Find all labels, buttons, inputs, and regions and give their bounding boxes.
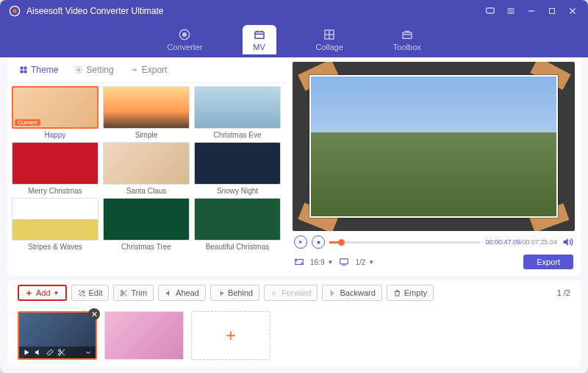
backward-button[interactable]: Backward <box>322 285 381 301</box>
trim-button[interactable]: Trim <box>113 285 154 301</box>
behind-icon <box>217 289 225 297</box>
theme-thumb <box>194 86 281 129</box>
theme-thumb <box>194 198 281 241</box>
svg-rect-8 <box>403 32 412 38</box>
themes-grid: CurrentHappySimpleChristmas EveMerry Chr… <box>7 83 287 276</box>
theme-item[interactable]: Beautiful Christmas <box>194 198 281 251</box>
svg-rect-3 <box>550 9 555 14</box>
tab-toolbox[interactable]: Toolbox <box>383 25 431 54</box>
theme-panel: Theme Setting Export CurrentHappySimpleC… <box>7 57 287 276</box>
current-badge: Current <box>15 119 40 126</box>
theme-label: Snowy Night <box>194 187 281 195</box>
toolbox-icon <box>401 28 414 41</box>
theme-thumb <box>12 198 98 241</box>
svg-point-18 <box>121 290 123 292</box>
clip-item[interactable] <box>104 311 184 360</box>
progress-bar[interactable] <box>329 241 481 244</box>
svg-rect-17 <box>340 259 348 264</box>
aspect-ratio-select[interactable]: 16:9 ▼ <box>310 258 333 266</box>
maximize-icon[interactable] <box>545 4 559 18</box>
ahead-button[interactable]: Ahead <box>158 285 206 301</box>
scissors-icon[interactable] <box>57 348 66 357</box>
theme-item[interactable]: Stripes & Waves <box>12 198 98 251</box>
gear-icon <box>74 65 83 74</box>
svg-point-20 <box>59 349 61 352</box>
ahead-icon <box>165 289 173 297</box>
tab-mv[interactable]: MV <box>243 25 276 54</box>
svg-point-1 <box>12 9 16 13</box>
feedback-icon[interactable] <box>484 4 497 18</box>
forward-button: Forward <box>264 285 318 301</box>
add-button[interactable]: Add ▼ <box>18 285 67 301</box>
clip-overlay <box>19 347 96 358</box>
clip-row: ✕ + <box>7 305 581 367</box>
clip-item[interactable]: ✕ <box>18 311 97 360</box>
subtab-theme[interactable]: Theme <box>13 62 64 78</box>
backward-icon <box>329 289 337 297</box>
trash-icon <box>393 289 401 297</box>
play-button[interactable] <box>294 235 307 249</box>
theme-item[interactable]: Santa Claus <box>103 142 190 195</box>
preview-panel: 00:00:47.09/00:07:25.04 16:9 ▼ 1/2 ▼ Exp… <box>287 57 581 276</box>
converter-icon <box>178 28 191 41</box>
theme-thumb <box>103 142 190 185</box>
theme-label: Beautiful Christmas <box>194 243 281 251</box>
menu-icon[interactable] <box>504 4 517 18</box>
theme-item[interactable]: Christmas Eve <box>194 86 281 139</box>
svg-point-21 <box>59 353 61 355</box>
theme-thumb <box>103 86 190 129</box>
theme-label: Santa Claus <box>103 187 190 195</box>
behind-button[interactable]: Behind <box>210 285 259 301</box>
preview-frame <box>309 75 558 217</box>
svg-rect-9 <box>21 67 24 70</box>
theme-thumb <box>194 142 281 185</box>
theme-item[interactable]: Merry Christmas <box>12 142 98 195</box>
theme-thumb <box>12 142 98 185</box>
export-button[interactable]: Export <box>523 255 573 269</box>
theme-label: Christmas Eve <box>194 131 281 139</box>
mv-icon <box>253 28 266 41</box>
edit-button[interactable]: Edit <box>71 285 110 301</box>
grid-icon <box>19 65 28 74</box>
wand-icon[interactable] <box>46 348 54 357</box>
volume-icon[interactable] <box>562 236 573 248</box>
collage-icon <box>323 28 336 41</box>
app-window: Aiseesoft Video Converter Ultimate Conve… <box>0 0 588 373</box>
empty-button[interactable]: Empty <box>387 285 434 301</box>
svg-rect-15 <box>317 241 320 244</box>
tab-converter[interactable]: Converter <box>157 25 212 54</box>
theme-item[interactable]: CurrentHappy <box>12 86 98 139</box>
svg-rect-11 <box>21 71 24 74</box>
app-title: Aiseesoft Video Converter Ultimate <box>26 6 164 16</box>
preview-options: 16:9 ▼ 1/2 ▼ Export <box>293 253 575 272</box>
tab-label: Collage <box>316 43 343 51</box>
tab-collage[interactable]: Collage <box>306 25 354 54</box>
theme-item[interactable]: Simple <box>103 86 190 139</box>
play-icon[interactable] <box>22 348 31 357</box>
zoom-select[interactable]: 1/2 ▼ <box>355 258 374 266</box>
close-icon[interactable] <box>566 4 579 18</box>
theme-item[interactable]: Christmas Tree <box>103 198 190 251</box>
preview-video[interactable] <box>293 62 575 231</box>
subtab-export[interactable]: Export <box>124 62 173 78</box>
chevron-down-icon[interactable] <box>84 348 93 357</box>
theme-thumb <box>103 198 190 241</box>
svg-point-19 <box>121 294 123 296</box>
export-icon <box>130 65 139 74</box>
tab-label: MV <box>253 43 265 51</box>
aspect-icon <box>294 257 304 267</box>
minimize-icon[interactable] <box>525 4 538 18</box>
clip-add-slot[interactable]: + <box>191 311 270 360</box>
svg-rect-12 <box>24 71 27 74</box>
theme-label: Stripes & Waves <box>12 243 98 251</box>
volume-icon[interactable] <box>34 348 43 357</box>
clip-delete-icon[interactable]: ✕ <box>88 308 100 320</box>
subtab-label: Setting <box>86 65 113 75</box>
svg-point-5 <box>183 33 187 37</box>
subtab-label: Theme <box>31 65 58 75</box>
stop-button[interactable] <box>312 235 325 249</box>
clip-toolbar: Add ▼ Edit Trim Ahead Behind Forward Bac… <box>7 280 581 305</box>
theme-item[interactable]: Snowy Night <box>194 142 281 195</box>
subtab-setting[interactable]: Setting <box>68 62 119 78</box>
time-display: 00:00:47.09/00:07:25.04 <box>485 238 557 246</box>
